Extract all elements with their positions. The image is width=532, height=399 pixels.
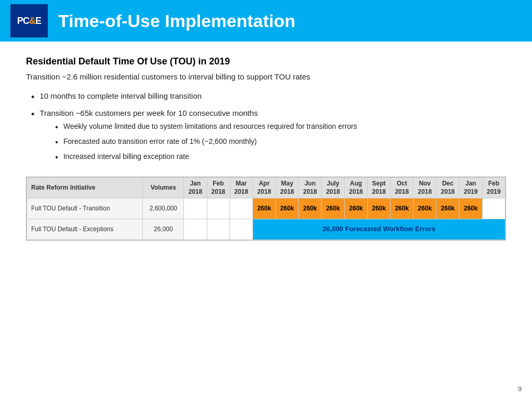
row1-jun18: 260k bbox=[299, 198, 322, 219]
row1-mar18 bbox=[230, 198, 252, 219]
col-header-feb19: Feb2019 bbox=[482, 178, 505, 198]
col-header-apr18: Apr2018 bbox=[252, 178, 275, 198]
bullet-item-2: Transition ~65k customers per week for 1… bbox=[31, 108, 506, 167]
row2-label: Full TOU Default - Exceptions bbox=[27, 219, 143, 240]
col-header-volumes: Volumes bbox=[143, 178, 184, 198]
col-header-mar18: Mar2018 bbox=[230, 178, 252, 198]
table-row-transition: Full TOU Default - Transition 2,600,000 … bbox=[27, 198, 506, 219]
row1-may18: 260k bbox=[276, 198, 299, 219]
row1-label: Full TOU Default - Transition bbox=[27, 198, 143, 219]
col-header-nov18: Nov2018 bbox=[414, 178, 436, 198]
row1-nov18: 260k bbox=[414, 198, 436, 219]
col-header-may18: May2018 bbox=[276, 178, 299, 198]
page-number: 9 bbox=[518, 385, 522, 393]
page-title: Time-of-Use Implementation bbox=[58, 11, 296, 31]
row1-jan19: 260k bbox=[459, 198, 482, 219]
bullet-item-1: 10 months to complete interval billing t… bbox=[31, 90, 506, 104]
row1-jan18 bbox=[184, 198, 207, 219]
row1-feb18 bbox=[207, 198, 230, 219]
section-heading: Residential Default Time Of Use (TOU) in… bbox=[26, 56, 506, 67]
sub-bullet-1: Weekly volume limited due to system limi… bbox=[55, 121, 357, 134]
bullet-item-2-content: Transition ~65k customers per week for 1… bbox=[39, 108, 357, 167]
row1-feb19 bbox=[482, 198, 505, 219]
row2-mar18 bbox=[230, 219, 252, 240]
col-header-jun18: Jun2018 bbox=[299, 178, 322, 198]
header: PC&E Time-of-Use Implementation bbox=[0, 0, 532, 42]
col-header-jul18: July2018 bbox=[322, 178, 344, 198]
row1-volumes: 2,600,000 bbox=[143, 198, 184, 219]
col-header-aug18: Aug2018 bbox=[344, 178, 367, 198]
table-header-row: Rate Reform Initiative Volumes Jan2018 F… bbox=[27, 178, 506, 198]
col-header-dec18: Dec2018 bbox=[436, 178, 459, 198]
row1-jul18: 260k bbox=[322, 198, 344, 219]
bullet-list: 10 months to complete interval billing t… bbox=[31, 90, 506, 167]
row1-aug18: 260k bbox=[344, 198, 367, 219]
col-header-initiative: Rate Reform Initiative bbox=[27, 178, 143, 198]
main-content: Residential Default Time Of Use (TOU) in… bbox=[0, 42, 532, 249]
row2-workflow-errors: 26,000 Forecasted Workflow Errors bbox=[252, 219, 505, 240]
table-row-exceptions: Full TOU Default - Exceptions 26,000 26,… bbox=[27, 219, 506, 240]
row2-feb18 bbox=[207, 219, 230, 240]
col-header-oct18: Oct2018 bbox=[390, 178, 413, 198]
sub-bullet-list: Weekly volume limited due to system limi… bbox=[55, 121, 357, 164]
data-table: Rate Reform Initiative Volumes Jan2018 F… bbox=[26, 177, 506, 241]
row2-volumes: 26,000 bbox=[143, 219, 184, 240]
row1-oct18: 260k bbox=[390, 198, 413, 219]
col-header-feb18: Feb2018 bbox=[207, 178, 230, 198]
col-header-jan18: Jan2018 bbox=[184, 178, 207, 198]
row1-dec18: 260k bbox=[436, 198, 459, 219]
bullet-text-1: 10 months to complete interval billing t… bbox=[39, 90, 202, 102]
row2-jan18 bbox=[184, 219, 207, 240]
bullet-text-2: Transition ~65k customers per week for 1… bbox=[39, 109, 258, 117]
intro-text: Transition ~2.6 million residential cust… bbox=[26, 71, 506, 83]
sub-bullet-3: Increased interval billing exception rat… bbox=[55, 151, 357, 164]
row1-apr18: 260k bbox=[252, 198, 275, 219]
logo-text: PC&E bbox=[17, 16, 41, 25]
row1-sep18: 260k bbox=[367, 198, 390, 219]
logo: PC&E bbox=[10, 4, 48, 37]
sub-bullet-2: Forecasted auto transition error rate of… bbox=[55, 136, 357, 149]
col-header-jan19: Jan2019 bbox=[459, 178, 482, 198]
col-header-sep18: Sept2018 bbox=[367, 178, 390, 198]
